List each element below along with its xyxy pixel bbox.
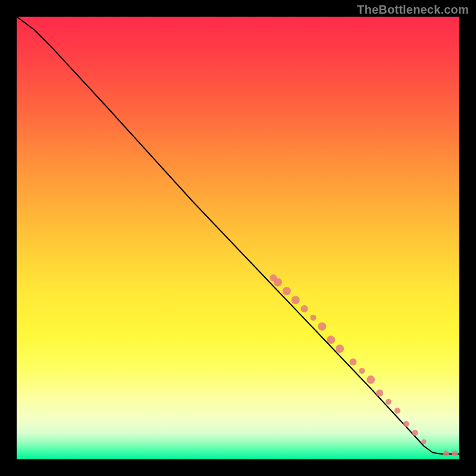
data-marker <box>403 421 409 427</box>
plot-area <box>17 17 459 459</box>
watermark-text: TheBottleneck.com <box>357 4 469 15</box>
data-marker <box>443 450 449 456</box>
data-marker <box>376 389 383 396</box>
data-marker <box>283 287 291 295</box>
bottleneck-curve <box>17 17 459 454</box>
data-marker <box>292 296 300 304</box>
data-marker <box>311 315 317 321</box>
data-marker <box>386 399 392 405</box>
data-marker <box>318 322 326 331</box>
data-marker <box>452 450 458 456</box>
data-marker <box>412 430 418 436</box>
data-marker <box>274 278 282 286</box>
data-marker <box>327 336 335 344</box>
chart-svg <box>17 17 459 459</box>
data-marker <box>367 375 375 384</box>
data-marker <box>359 368 365 374</box>
data-marker <box>394 408 400 414</box>
data-marker <box>422 439 427 444</box>
marker-group <box>270 274 458 456</box>
data-marker <box>336 345 344 353</box>
data-marker <box>301 305 308 312</box>
chart-stage: TheBottleneck.com <box>0 0 476 476</box>
data-marker <box>349 358 356 365</box>
